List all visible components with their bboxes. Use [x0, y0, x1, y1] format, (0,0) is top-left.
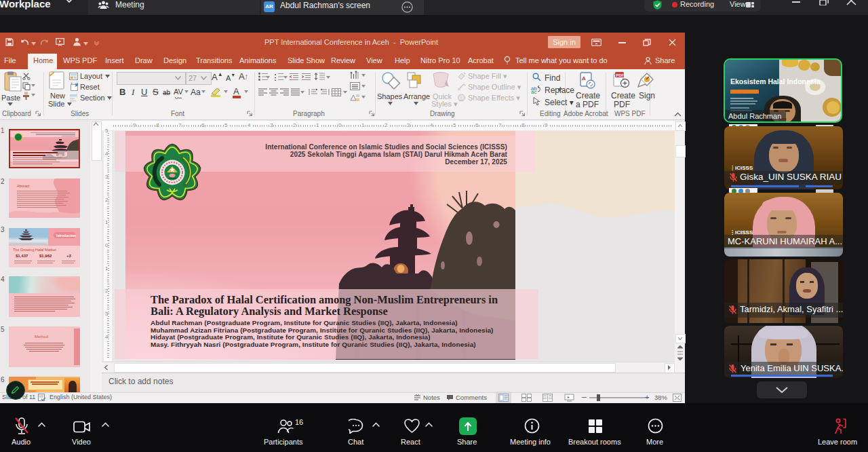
svg-text:A: A	[582, 75, 586, 81]
svg-text:ac: ac	[531, 89, 536, 94]
svg-text:PDF: PDF	[616, 73, 624, 77]
